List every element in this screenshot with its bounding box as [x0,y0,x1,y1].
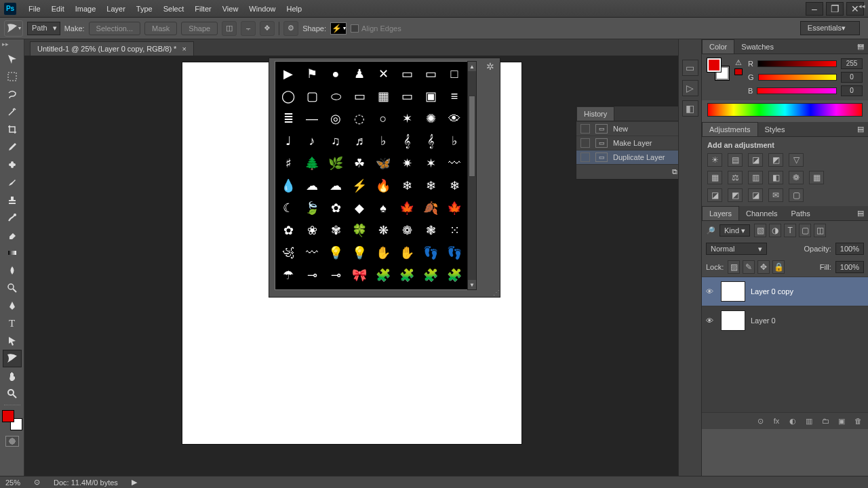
history-item[interactable]: ▭Duplicate Layer [576,150,678,164]
path-align-icon[interactable]: ⫟ [241,21,256,36]
adjustment-icon[interactable]: ✉ [768,188,783,202]
shape-cell[interactable]: ╲ [277,287,300,290]
shape-cell[interactable]: ♫ [324,130,347,152]
layers-footer-icon[interactable]: ◐ [787,415,799,426]
zoom-tool[interactable] [3,385,22,403]
shape-cell[interactable]: 🍁 [395,197,418,219]
brush-tool[interactable] [3,174,22,191]
shape-cell[interactable]: ╲ [372,287,395,290]
adjustment-icon[interactable]: ◩ [728,188,743,202]
menu-layer[interactable]: Layer [101,2,131,16]
fill-input[interactable]: 100% [835,261,864,273]
shape-cell[interactable]: ☎ [395,287,418,290]
layer-thumb[interactable] [721,281,745,302]
opacity-input[interactable]: 100% [835,243,864,255]
menu-window[interactable]: Window [243,2,281,16]
shape-cell[interactable]: ♭ [372,130,395,152]
window-minimize[interactable]: – [806,2,823,16]
shape-cell[interactable]: ❄ [443,175,466,197]
shape-cell[interactable]: 🍀 [348,220,371,241]
shape-cell[interactable]: ● [324,63,347,85]
b-value[interactable]: 0 [841,85,863,96]
scroll-up-icon[interactable]: ▲ [468,62,476,71]
make-shape-button[interactable]: Shape [181,22,218,35]
menu-view[interactable]: View [217,2,244,16]
shape-cell[interactable]: 🧩 [372,264,395,286]
color-tab[interactable]: Color [702,39,734,54]
mini-history-icon[interactable]: ▭ [682,60,698,76]
shape-cell[interactable]: ◯ [277,85,300,107]
current-tool-icon[interactable]: ▾ [4,20,23,37]
layers-footer-icon[interactable]: 🗑 [852,415,864,426]
layers-footer-icon[interactable]: ▣ [835,415,848,426]
adjustment-icon[interactable]: ❁ [789,171,804,184]
r-slider[interactable] [757,60,837,67]
menu-type[interactable]: Type [131,2,158,16]
healing-tool[interactable] [3,156,22,174]
shape-cell[interactable]: ❀ [300,220,323,241]
color-swatches[interactable] [2,410,22,430]
shape-cell[interactable]: ♬ [348,130,371,152]
shape-cell[interactable]: ❃ [419,220,442,241]
adjustment-icon[interactable]: ⚖ [728,171,743,184]
hand-tool[interactable] [3,367,22,385]
panels-collapse-icon[interactable]: ◂◂ [857,42,864,49]
g-value[interactable]: 0 [841,72,863,83]
color-fgbg-swatch[interactable] [707,58,729,80]
shape-cell[interactable]: 🎀 [348,264,371,286]
shape-cell[interactable]: ╲ [300,287,323,290]
shape-cell[interactable]: ⚡ [348,175,371,197]
shape-cell[interactable]: ✶ [395,108,418,129]
layers-footer-icon[interactable]: 🗀 [819,415,831,426]
shape-cell[interactable]: □ [443,63,466,85]
shape-cell[interactable]: ≡ [443,85,466,107]
shape-cell[interactable]: ❄ [419,175,442,197]
shape-cell[interactable]: ♩ [277,130,300,152]
adjustment-icon[interactable]: ▢ [789,188,804,202]
marquee-tool[interactable] [3,68,22,85]
shape-cell[interactable]: ♪ [300,130,323,152]
shape-cell[interactable]: ☁ [300,175,323,197]
shape-cell[interactable]: 〰 [443,152,466,174]
blur-tool[interactable] [3,262,22,279]
picker-menu-icon[interactable]: ✲ [486,61,494,72]
status-arrow-icon[interactable]: ▶ [132,478,137,487]
adjustment-icon[interactable]: ◪ [748,188,763,202]
layers-footer-icon[interactable]: ▥ [803,415,815,426]
shape-cell[interactable]: ❋ [372,220,395,241]
shape-cell[interactable]: 🔥 [372,175,395,197]
window-maximize[interactable]: ❐ [826,2,844,16]
gradient-tool[interactable] [3,244,22,262]
shape-cell[interactable]: 👁 [443,108,466,129]
shape-cell[interactable]: 💡 [324,242,347,264]
layer-item[interactable]: 👁 Layer 0 [702,306,868,335]
shape-cell[interactable]: 🍂 [419,197,442,219]
shape-cell[interactable]: ╲ [348,287,371,290]
adjustments-tab[interactable]: Adjustments [702,122,758,136]
lock-icon[interactable]: ✎ [743,260,755,274]
tool-mode-select[interactable]: Path▾ [27,22,60,35]
layers-tab[interactable]: Layers [702,206,739,220]
shape-cell[interactable]: ꧁ [277,242,300,264]
shape-cell[interactable]: ⁙ [443,220,466,241]
adjustment-icon[interactable]: ▤ [728,153,743,167]
make-mask-button[interactable]: Mask [144,22,177,35]
adjustment-icon[interactable]: ▥ [748,171,763,184]
path-select-tool[interactable] [3,332,22,350]
path-arrange-icon[interactable]: ❖ [260,21,275,36]
shape-cell[interactable]: ▶ [277,63,300,85]
shape-cell[interactable]: 🧩 [395,264,418,286]
history-brush-tool[interactable] [3,209,22,226]
shape-cell[interactable]: ✷ [395,152,418,174]
closest-color-swatch[interactable] [734,68,743,75]
lock-icon[interactable]: ✥ [757,260,770,274]
scroll-thumb[interactable] [469,96,475,177]
make-selection-button[interactable]: Selection... [89,22,140,35]
visibility-icon[interactable]: 👁 [706,287,715,296]
lock-icon[interactable]: ▨ [728,260,740,274]
shape-cell[interactable]: ⊸ [324,264,347,286]
type-tool[interactable]: T [3,314,22,332]
eraser-tool[interactable] [3,226,22,244]
shape-cell[interactable]: ⊸ [300,264,323,286]
shape-cell[interactable]: — [300,108,323,129]
